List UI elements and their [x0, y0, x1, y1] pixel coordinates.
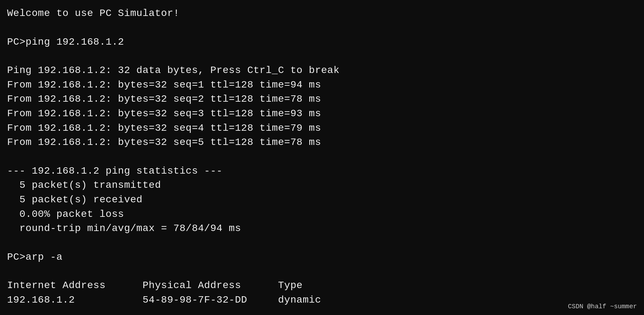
terminal-window: Welcome to use PC Simulator!PC>ping 192.…	[0, 0, 644, 315]
terminal-line-stats-header: --- 192.168.1.2 ping statistics ---	[7, 164, 637, 179]
terminal-line-stats-transmitted: 5 packet(s) transmitted	[7, 178, 637, 193]
terminal-line-arp-header: Internet Address Physical Address Type	[7, 279, 637, 293]
terminal-line-blank2	[7, 49, 637, 63]
terminal-line-stats-loss: 0.00% packet loss	[7, 207, 637, 222]
terminal-content: Welcome to use PC Simulator!PC>ping 192.…	[7, 6, 637, 308]
terminal-line-ping-seq4: From 192.168.1.2: bytes=32 seq=4 ttl=128…	[7, 121, 637, 136]
terminal-line-welcome: Welcome to use PC Simulator!	[7, 6, 637, 21]
terminal-line-ping-seq3: From 192.168.1.2: bytes=32 seq=3 ttl=128…	[7, 107, 637, 121]
terminal-line-ping-seq5: From 192.168.1.2: bytes=32 seq=5 ttl=128…	[7, 135, 637, 150]
terminal-line-blank1	[7, 21, 637, 35]
terminal-line-ping-seq1: From 192.168.1.2: bytes=32 seq=1 ttl=128…	[7, 78, 637, 92]
terminal-line-arp-entry: 192.168.1.2 54-89-98-7F-32-DD dynamic	[7, 293, 637, 308]
terminal-line-arp-cmd: PC>arp -a	[7, 250, 637, 265]
terminal-line-ping-cmd: PC>ping 192.168.1.2	[7, 35, 637, 50]
terminal-line-stats-rtt: round-trip min/avg/max = 78/84/94 ms	[7, 221, 637, 236]
terminal-line-blank3	[7, 150, 637, 164]
terminal-line-ping-seq2: From 192.168.1.2: bytes=32 seq=2 ttl=128…	[7, 92, 637, 107]
terminal-line-stats-received: 5 packet(s) received	[7, 193, 637, 207]
terminal-line-ping-header: Ping 192.168.1.2: 32 data bytes, Press C…	[7, 63, 637, 78]
terminal-line-blank5	[7, 264, 637, 279]
terminal-line-blank4	[7, 236, 637, 250]
watermark: CSDN @half ~summer	[568, 303, 637, 310]
